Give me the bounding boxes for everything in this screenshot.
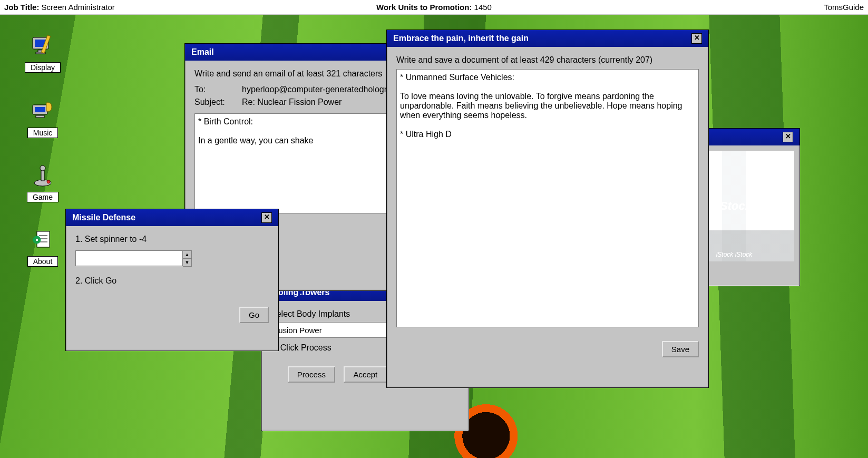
desktop-icon-display[interactable]: Display: [19, 34, 66, 73]
close-icon[interactable]: ✕: [691, 33, 702, 44]
svg-rect-6: [35, 107, 45, 112]
desktop-icon-label: Display: [25, 62, 61, 73]
desktop-background: Display Music Game: [0, 15, 868, 458]
music-icon: [30, 99, 55, 124]
process-button[interactable]: Process: [288, 366, 335, 383]
spinner-up-icon[interactable]: ▲: [183, 251, 191, 259]
window-title: Embrace the pain, inherit the gain: [393, 34, 529, 43]
desktop-icon-game[interactable]: Game: [19, 163, 66, 202]
svg-point-10: [40, 165, 45, 171]
svg-point-11: [47, 180, 50, 183]
spinner-input[interactable]: [75, 250, 183, 266]
window-missile-defense[interactable]: Missile Defense ✕ 1. Set spinner to -4 ▲…: [65, 209, 279, 351]
titlebar-missile[interactable]: Missile Defense ✕: [66, 209, 278, 226]
header-job-title: Job Title: Screen Administrator: [4, 0, 115, 14]
display-icon: [30, 34, 55, 59]
email-to-label: To:: [194, 85, 242, 94]
about-icon: [30, 228, 55, 253]
accept-button[interactable]: Accept: [344, 366, 387, 383]
email-subject-label: Subject:: [194, 98, 242, 107]
spinner-down-icon[interactable]: ▼: [183, 259, 191, 266]
email-to-value: hyperloop@computer-generatedhologra: [242, 85, 392, 94]
close-icon[interactable]: ✕: [783, 132, 793, 142]
joystick-icon: [30, 163, 55, 189]
go-button[interactable]: Go: [239, 307, 269, 323]
doc-instruction: Write and save a document of at least 42…: [396, 55, 699, 65]
window-title: Missile Defense: [72, 213, 135, 222]
close-icon[interactable]: ✕: [261, 212, 272, 223]
window-document[interactable]: Embrace the pain, inherit the gain ✕ Wri…: [386, 30, 709, 388]
missile-step1: 1. Set spinner to -4: [75, 235, 269, 244]
svg-rect-7: [36, 115, 44, 118]
header-promotion: Work Units to Promotion: 1450: [376, 0, 492, 15]
titlebar-document[interactable]: Embrace the pain, inherit the gain ✕: [387, 30, 708, 47]
job-title-value: Screen Administrator: [42, 3, 115, 12]
desktop-icon-music[interactable]: Music: [19, 99, 66, 138]
missile-step2: 2. Click Go: [75, 276, 269, 286]
desktop-icon-about[interactable]: About: [19, 228, 66, 267]
desktop-icon-label: About: [27, 256, 58, 267]
job-title-label: Job Title:: [4, 3, 39, 12]
svg-rect-17: [36, 239, 38, 241]
desktop-icon-label: Music: [27, 128, 58, 138]
promo-value: 1450: [474, 3, 492, 12]
window-title: Email: [191, 47, 214, 57]
header-bar: Job Title: Screen Administrator Work Uni…: [0, 0, 868, 15]
header-site-name: TomsGuide: [824, 0, 864, 14]
email-subject-value: Re: Nuclear Fission Power: [242, 98, 342, 107]
promo-label: Work Units to Promotion:: [376, 3, 472, 12]
desktop-icon-label: Game: [27, 192, 58, 202]
doc-body-textarea[interactable]: [396, 69, 699, 327]
save-button[interactable]: Save: [662, 341, 699, 357]
